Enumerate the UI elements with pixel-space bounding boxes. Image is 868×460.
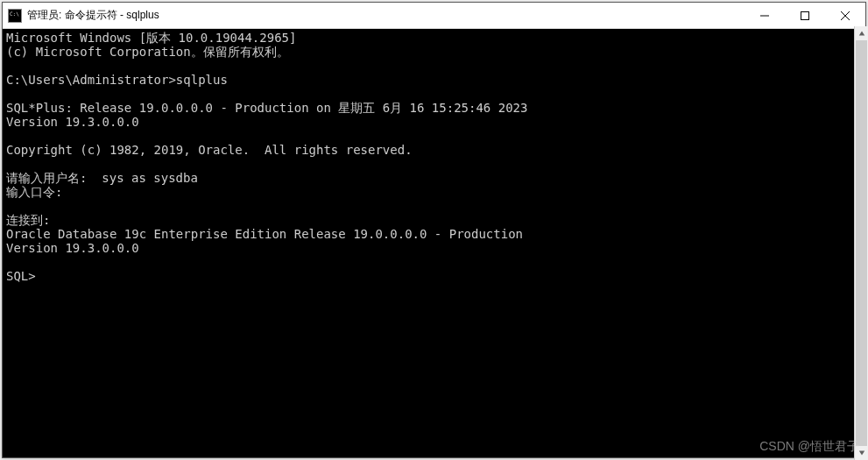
window-title: 管理员: 命令提示符 - sqlplus <box>27 8 745 23</box>
window-frame: 管理员: 命令提示符 - sqlplus Microsoft Windows [… <box>2 2 866 458</box>
scroll-down-button[interactable] <box>855 446 868 460</box>
window-controls <box>745 3 865 28</box>
terminal-line: 连接到: <box>6 213 862 227</box>
terminal-line <box>6 59 862 73</box>
terminal-line <box>6 129 862 143</box>
terminal-line: (c) Microsoft Corporation。保留所有权利。 <box>6 45 862 59</box>
svg-rect-1 <box>801 11 809 19</box>
cmd-icon <box>8 9 22 23</box>
scroll-track[interactable] <box>855 40 868 446</box>
terminal-line: Version 19.3.0.0.0 <box>6 241 862 255</box>
terminal-line: 输入口令: <box>6 185 862 199</box>
close-icon <box>841 11 850 20</box>
svg-marker-5 <box>858 451 864 456</box>
maximize-icon <box>801 11 809 20</box>
scroll-up-button[interactable] <box>855 26 868 40</box>
terminal-line: Copyright (c) 1982, 2019, Oracle. All ri… <box>6 143 862 157</box>
scroll-thumb[interactable] <box>856 40 867 446</box>
svg-marker-4 <box>858 32 864 36</box>
terminal-line <box>6 255 862 269</box>
minimize-icon <box>760 11 769 20</box>
terminal-line: SQL*Plus: Release 19.0.0.0.0 - Productio… <box>6 101 862 115</box>
terminal-line: Microsoft Windows [版本 10.0.19044.2965] <box>6 31 862 45</box>
terminal-line <box>6 157 862 171</box>
chevron-down-icon <box>858 449 865 456</box>
minimize-button[interactable] <box>745 3 785 28</box>
terminal-line: C:\Users\Administrator>sqlplus <box>6 73 862 87</box>
terminal-line: SQL> <box>6 269 862 283</box>
terminal-line: 请输入用户名: sys as sysdba <box>6 171 862 185</box>
terminal-line <box>6 199 862 213</box>
close-button[interactable] <box>825 3 865 28</box>
terminal-output[interactable]: Microsoft Windows [版本 10.0.19044.2965](c… <box>3 29 865 457</box>
vertical-scrollbar[interactable] <box>854 26 868 460</box>
terminal-line: Version 19.3.0.0.0 <box>6 115 862 129</box>
terminal-line: Oracle Database 19c Enterprise Edition R… <box>6 227 862 241</box>
terminal-line <box>6 87 862 101</box>
titlebar[interactable]: 管理员: 命令提示符 - sqlplus <box>3 3 865 29</box>
maximize-button[interactable] <box>785 3 825 28</box>
chevron-up-icon <box>858 30 865 37</box>
